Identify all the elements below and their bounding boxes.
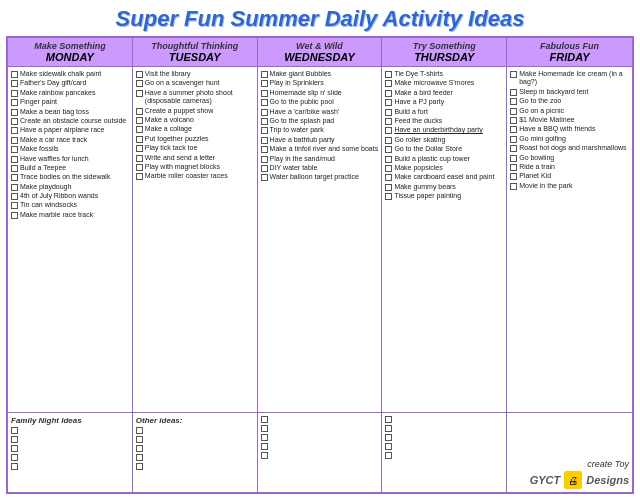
list-item: Go to the splash pad [261, 117, 379, 125]
checkbox-empty [385, 416, 392, 423]
activity-text: Play tick tack toe [145, 144, 198, 152]
checkbox[interactable] [11, 127, 18, 134]
activity-text: Have waffles for lunch [20, 155, 89, 163]
list-item: Trip to water park [261, 126, 379, 134]
checkbox[interactable] [11, 80, 18, 87]
checkbox[interactable] [385, 127, 392, 134]
checkbox[interactable] [385, 156, 392, 163]
checkbox[interactable] [136, 173, 143, 180]
checkbox[interactable] [510, 173, 517, 180]
bottom-logo-col: create Toy GYCT 🖨 Designs [507, 413, 632, 492]
checkbox[interactable] [136, 136, 143, 143]
checkbox[interactable] [261, 146, 268, 153]
checkbox[interactable] [11, 202, 18, 209]
list-item: Go on a scavenger hunt [136, 79, 254, 87]
checkbox[interactable] [385, 165, 392, 172]
checkbox[interactable] [261, 118, 268, 125]
checkbox[interactable] [136, 164, 143, 171]
list-item: Finger paint [11, 98, 129, 106]
checkbox[interactable] [136, 90, 143, 97]
checkbox-empty [385, 434, 392, 441]
list-item: Make a car race track [11, 136, 129, 144]
checkbox[interactable] [510, 183, 517, 190]
checkbox[interactable] [261, 165, 268, 172]
checkbox[interactable] [385, 80, 392, 87]
list-item: Make rainbow pancakes [11, 89, 129, 97]
checkbox[interactable] [510, 126, 517, 133]
checkbox[interactable] [510, 89, 517, 96]
activity-text: Write and send a letter [145, 154, 215, 162]
checkbox[interactable] [11, 193, 18, 200]
list-item: Play with magnet blocks [136, 163, 254, 171]
checkbox[interactable] [11, 165, 18, 172]
checkbox[interactable] [11, 146, 18, 153]
activity-text: Have a PJ party [394, 98, 444, 106]
checkbox[interactable] [261, 127, 268, 134]
checkbox[interactable] [385, 184, 392, 191]
checkbox[interactable] [510, 108, 517, 115]
checkbox-empty [11, 445, 18, 452]
checkbox[interactable] [385, 193, 392, 200]
checkbox-empty [136, 463, 143, 470]
checkbox[interactable] [261, 99, 268, 106]
checkbox[interactable] [11, 90, 18, 97]
activity-text: Go bowling [519, 154, 554, 162]
checkbox[interactable] [510, 136, 517, 143]
checkbox[interactable] [510, 117, 517, 124]
main-content: Make sidewalk chalk paintFather's Day gi… [8, 67, 632, 412]
checkbox[interactable] [11, 212, 18, 219]
checkbox[interactable] [510, 71, 517, 78]
checkbox[interactable] [385, 118, 392, 125]
checkbox[interactable] [385, 146, 392, 153]
checkbox[interactable] [510, 164, 517, 171]
checkbox[interactable] [11, 174, 18, 181]
checkbox[interactable] [385, 137, 392, 144]
activity-text: Marble roller coaster races [145, 172, 228, 180]
checkbox[interactable] [11, 156, 18, 163]
checkbox[interactable] [136, 117, 143, 124]
checkbox[interactable] [385, 71, 392, 78]
checkbox[interactable] [261, 71, 268, 78]
checkbox[interactable] [11, 184, 18, 191]
activity-text: Build a plastic cup tower [394, 155, 469, 163]
col-header-3: Try SomethingTHURSDAY [382, 38, 507, 66]
checkbox[interactable] [261, 109, 268, 116]
checkbox[interactable] [11, 99, 18, 106]
checkbox[interactable] [136, 108, 143, 115]
activity-col-4: Make Homemade Ice cream (in a bag?)Sleep… [507, 67, 632, 412]
checkbox[interactable] [11, 118, 18, 125]
activity-text: Go roller skating [394, 136, 445, 144]
checkbox[interactable] [136, 80, 143, 87]
activity-text: Put together puzzles [145, 135, 209, 143]
checkbox[interactable] [11, 71, 18, 78]
checkbox[interactable] [136, 155, 143, 162]
other-ideas-col: Other ideas: [133, 413, 258, 492]
checkbox[interactable] [136, 71, 143, 78]
list-item: DIY water table [261, 164, 379, 172]
create-toy-note: create Toy [587, 459, 629, 469]
activity-text: DIY water table [270, 164, 318, 172]
checkbox[interactable] [510, 155, 517, 162]
bottom-empty-col3 [258, 413, 383, 492]
other-ideas-checkboxes [136, 427, 254, 472]
checkbox[interactable] [261, 90, 268, 97]
checkbox[interactable] [11, 109, 18, 116]
checkbox[interactable] [136, 126, 143, 133]
checkbox[interactable] [261, 156, 268, 163]
checkbox[interactable] [261, 174, 268, 181]
checkbox[interactable] [385, 90, 392, 97]
checkbox[interactable] [136, 145, 143, 152]
checkbox[interactable] [510, 98, 517, 105]
checkbox[interactable] [385, 109, 392, 116]
activity-text: Roast hot dogs and marshmallows [519, 144, 626, 152]
checkbox[interactable] [385, 99, 392, 106]
list-item: Make gummy bears [385, 183, 503, 191]
checkbox[interactable] [385, 174, 392, 181]
checkbox[interactable] [11, 137, 18, 144]
logo-text: GYCT [530, 474, 561, 486]
checkbox[interactable] [261, 80, 268, 87]
list-item: Play in Sprinklers [261, 79, 379, 87]
checkbox[interactable] [510, 145, 517, 152]
list-item: Go on a picnic [510, 107, 629, 115]
checkbox[interactable] [261, 137, 268, 144]
